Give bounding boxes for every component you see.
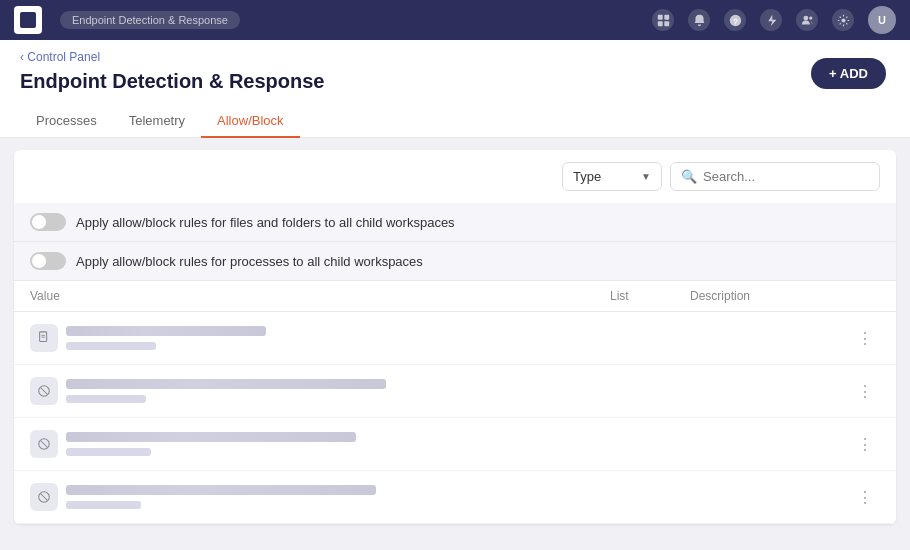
toolbar-right: Type ▼ 🔍 bbox=[562, 162, 880, 191]
table-row: ⋮ bbox=[14, 312, 896, 365]
table-row: ⋮ bbox=[14, 418, 896, 471]
col-header-description: Description bbox=[690, 289, 850, 303]
row-icon-block bbox=[30, 377, 58, 405]
svg-line-15 bbox=[41, 441, 48, 448]
svg-rect-1 bbox=[664, 14, 669, 19]
table-header: Value List Description bbox=[14, 281, 896, 312]
toolbar: Type ▼ 🔍 bbox=[14, 150, 896, 203]
value-sub-text bbox=[66, 448, 151, 456]
breadcrumb[interactable]: Control Panel bbox=[20, 50, 890, 64]
value-main-text bbox=[66, 326, 266, 336]
col-header-actions bbox=[850, 289, 880, 303]
toggle-processes[interactable] bbox=[30, 252, 66, 270]
value-main-text bbox=[66, 485, 376, 495]
top-nav: Endpoint Detection & Response ? U bbox=[0, 0, 910, 40]
breadcrumb-bar: Control Panel Endpoint Detection & Respo… bbox=[0, 40, 910, 138]
cell-value bbox=[30, 377, 610, 405]
svg-point-8 bbox=[841, 18, 845, 22]
type-dropdown[interactable]: Type ▼ bbox=[562, 162, 662, 191]
content-area: Type ▼ 🔍 Apply allow/block rules for fil… bbox=[14, 150, 896, 524]
app-logo[interactable] bbox=[14, 6, 42, 34]
toggle-section: Apply allow/block rules for files and fo… bbox=[14, 203, 896, 281]
toggle-row-processes: Apply allow/block rules for processes to… bbox=[14, 242, 896, 281]
search-icon: 🔍 bbox=[681, 169, 697, 184]
tab-processes[interactable]: Processes bbox=[20, 105, 113, 138]
col-header-value: Value bbox=[30, 289, 610, 303]
svg-text:?: ? bbox=[733, 16, 737, 25]
svg-point-6 bbox=[803, 15, 808, 20]
table-row: ⋮ bbox=[14, 471, 896, 524]
toggle-files[interactable] bbox=[30, 213, 66, 231]
row-icon-file bbox=[30, 324, 58, 352]
chevron-down-icon: ▼ bbox=[641, 171, 651, 182]
tab-telemetry[interactable]: Telemetry bbox=[113, 105, 201, 138]
row-menu-button[interactable]: ⋮ bbox=[850, 488, 880, 507]
search-input[interactable] bbox=[703, 169, 869, 184]
value-text bbox=[66, 379, 386, 403]
row-icon-block2 bbox=[30, 430, 58, 458]
cell-value bbox=[30, 483, 610, 511]
tab-allowblock[interactable]: Allow/Block bbox=[201, 105, 299, 138]
cell-value bbox=[30, 324, 610, 352]
value-text bbox=[66, 432, 356, 456]
nav-context-label: Endpoint Detection & Response bbox=[60, 11, 240, 29]
svg-rect-3 bbox=[664, 21, 669, 26]
value-main-text bbox=[66, 379, 386, 389]
tabs-row: Processes Telemetry Allow/Block bbox=[20, 105, 890, 137]
users-icon[interactable] bbox=[796, 9, 818, 31]
question-icon[interactable]: ? bbox=[724, 9, 746, 31]
type-label: Type bbox=[573, 169, 601, 184]
add-button[interactable]: + ADD bbox=[811, 58, 886, 89]
value-main-text bbox=[66, 432, 356, 442]
nav-right: ? U bbox=[652, 6, 896, 34]
toggle-files-label: Apply allow/block rules for files and fo… bbox=[76, 215, 455, 230]
row-menu-button[interactable]: ⋮ bbox=[850, 329, 880, 348]
gear-icon[interactable] bbox=[832, 9, 854, 31]
value-text bbox=[66, 485, 376, 509]
toggle-processes-label: Apply allow/block rules for processes to… bbox=[76, 254, 423, 269]
search-box: 🔍 bbox=[670, 162, 880, 191]
row-menu-button[interactable]: ⋮ bbox=[850, 435, 880, 454]
value-sub-text bbox=[66, 342, 156, 350]
value-sub-text bbox=[66, 501, 141, 509]
svg-line-13 bbox=[41, 388, 48, 395]
row-menu-button[interactable]: ⋮ bbox=[850, 382, 880, 401]
grid-icon[interactable] bbox=[652, 9, 674, 31]
svg-rect-2 bbox=[657, 21, 662, 26]
page-title: Endpoint Detection & Response bbox=[20, 70, 890, 93]
row-icon-block3 bbox=[30, 483, 58, 511]
table-row: ⋮ bbox=[14, 365, 896, 418]
bell-icon[interactable] bbox=[688, 9, 710, 31]
svg-point-7 bbox=[809, 16, 812, 19]
value-sub-text bbox=[66, 395, 146, 403]
col-header-list: List bbox=[610, 289, 690, 303]
toggle-row-files: Apply allow/block rules for files and fo… bbox=[14, 203, 896, 242]
nav-left: Endpoint Detection & Response bbox=[14, 6, 240, 34]
value-text bbox=[66, 326, 266, 350]
svg-rect-0 bbox=[657, 14, 662, 19]
user-avatar[interactable]: U bbox=[868, 6, 896, 34]
svg-line-17 bbox=[41, 494, 48, 501]
cell-value bbox=[30, 430, 610, 458]
lightning-icon[interactable] bbox=[760, 9, 782, 31]
